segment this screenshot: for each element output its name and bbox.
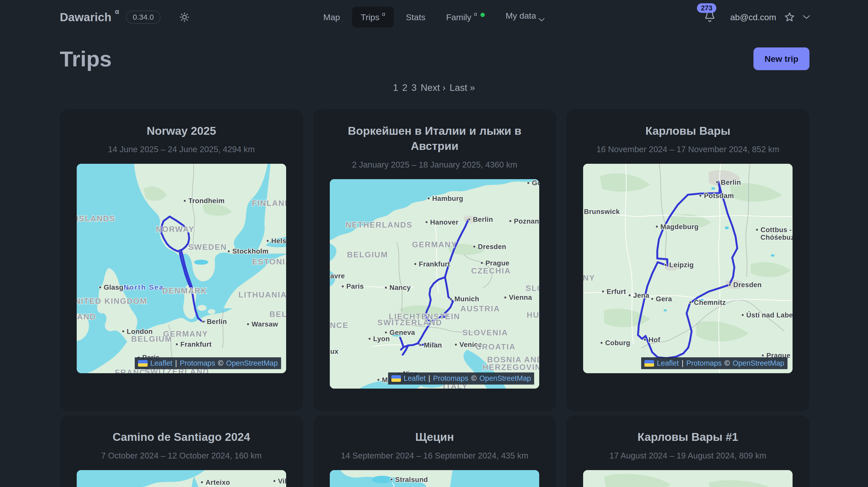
svg-text:Berlin: Berlin (473, 215, 493, 223)
trip-title: Карловы Вары #1 (638, 429, 738, 445)
leaflet-link[interactable]: Leaflet (657, 359, 679, 368)
protomaps-link[interactable]: Protomaps (433, 374, 468, 383)
navbar-right: 273 ab@cd.com (704, 10, 810, 25)
svg-text:Berlin: Berlin (207, 318, 227, 326)
chevron-down-icon (539, 14, 545, 24)
svg-text:ANCE: ANCE (330, 321, 349, 330)
alpha-superscript: α (115, 8, 119, 16)
trip-title: Воркейшен в Италии и лыжи в Австрии (336, 123, 533, 154)
openstreetmap-link[interactable]: OpenStreetMap (226, 359, 278, 368)
main-nav: MapTripsαStatsFamilyαMy data (315, 5, 553, 29)
app-logo[interactable]: Dawarich α (60, 10, 119, 24)
svg-text:FINLAND: FINLAND (252, 199, 286, 208)
favorite-button[interactable] (784, 11, 795, 23)
pagination: 123Next ›Last » (0, 83, 868, 93)
trip-card[interactable]: Воркейшен в Италии и лыжи в Австрии2 Jan… (313, 109, 556, 412)
trip-map[interactable]: E ISLANDSTrondheimFINLANDNORWAYSWEDENHel… (77, 164, 286, 373)
alpha-superscript: α (474, 11, 477, 18)
openstreetmap-link[interactable]: OpenStreetMap (479, 374, 531, 383)
svg-text:Go: Go (532, 179, 539, 187)
svg-text:avre: avre (330, 272, 345, 280)
svg-text:SLOVA: SLOVA (526, 284, 539, 293)
svg-text:Jena: Jena (633, 292, 650, 299)
trip-map[interactable]: ArteixoBetanzosVilaCarballoLeaflet|Proto… (77, 470, 286, 487)
map-attribution: Leaflet|Protomaps©OpenStreetMap (388, 372, 534, 385)
svg-text:ux: ux (330, 347, 339, 355)
new-trip-button[interactable]: New trip (753, 48, 809, 70)
trip-title: Щецин (415, 429, 454, 445)
svg-text:Chemnitz: Chemnitz (694, 299, 726, 306)
copyright-symbol: © (471, 374, 476, 383)
leaflet-link[interactable]: Leaflet (404, 374, 426, 383)
svg-text:Magdeburg: Magdeburg (660, 223, 699, 231)
trip-title: Norway 2025 (147, 123, 216, 139)
svg-text:SWEDEN: SWEDEN (188, 243, 227, 252)
trip-card[interactable]: Карловы Вары16 November 2024 – 17 Novemb… (566, 109, 809, 412)
alpha-superscript: α (382, 11, 385, 18)
svg-text:Berlin: Berlin (721, 178, 741, 186)
page-2-link[interactable]: 2 (402, 83, 407, 93)
svg-text:Hanover: Hanover (430, 218, 459, 226)
svg-text:BELA: BELA (270, 310, 286, 319)
nav-item-my-data[interactable]: My data (497, 5, 553, 29)
svg-text:Lyon: Lyon (373, 335, 390, 343)
trip-card[interactable]: Camino de Santiago 20247 October 2024 – … (60, 415, 303, 487)
trip-card[interactable]: Norway 202514 June 2025 – 24 June 2025, … (60, 109, 303, 412)
page-3-link[interactable]: 3 (411, 83, 417, 93)
svg-text:LAND: LAND (77, 312, 96, 321)
svg-text:Poznan: Poznan (514, 217, 539, 225)
version-badge: 0.34.0 (126, 10, 160, 24)
svg-text:UNITED KINGDOM: UNITED KINGDOM (77, 297, 147, 306)
user-menu-toggle[interactable] (803, 15, 810, 19)
svg-text:BELGIUM: BELGIUM (347, 250, 388, 259)
page-1-link[interactable]: 1 (393, 83, 398, 93)
brand-group: Dawarich α 0.34.0 (60, 10, 190, 24)
svg-text:NORWAY: NORWAY (156, 224, 194, 234)
last-page-link[interactable]: Last » (450, 83, 475, 93)
user-email-menu[interactable]: ab@cd.com (730, 12, 776, 22)
svg-text:Leipzig: Leipzig (669, 261, 694, 269)
trip-map[interactable]: BerlinPotsdamBrunswickMagdeburgCottbus -… (583, 164, 793, 373)
page-header: Trips New trip (0, 47, 868, 71)
trip-card[interactable]: Щецин14 September 2024 – 16 September 20… (313, 415, 556, 487)
attribution-separator: | (175, 359, 177, 368)
nav-item-label: My data (506, 11, 536, 21)
next-page-link[interactable]: Next › (421, 83, 445, 93)
protomaps-link[interactable]: Protomaps (686, 359, 722, 368)
nav-item-family[interactable]: Familyα (437, 7, 494, 28)
svg-text:Hamburg: Hamburg (432, 194, 463, 202)
theme-toggle-button[interactable] (179, 12, 190, 23)
svg-text:Gera: Gera (656, 295, 672, 303)
trip-map-svg (583, 470, 793, 487)
trip-card[interactable]: Карловы Вары #117 August 2024 – 19 Augus… (566, 415, 809, 487)
trip-map[interactable]: Leaflet|Protomaps©OpenStreetMap (583, 470, 793, 487)
trip-title: Camino de Santiago 2024 (113, 429, 250, 445)
nav-item-stats[interactable]: Stats (397, 7, 434, 28)
nav-item-label: Family (446, 12, 471, 22)
svg-text:North Sea: North Sea (124, 284, 164, 292)
svg-text:Frankfurt: Frankfurt (419, 260, 450, 268)
svg-text:AUSTRIA: AUSTRIA (461, 304, 500, 313)
svg-text:GERMANY: GERMANY (163, 329, 208, 338)
protomaps-link[interactable]: Protomaps (180, 359, 215, 368)
svg-text:Prague: Prague (486, 259, 509, 267)
trip-dates: 7 October 2024 – 12 October 2024, 160 km (101, 451, 262, 460)
trips-grid: Norway 202514 June 2025 – 24 June 2025, … (60, 109, 809, 487)
svg-text:NY: NY (583, 274, 595, 283)
svg-text:LITHUANIA: LITHUANIA (239, 290, 286, 299)
openstreetmap-link[interactable]: OpenStreetMap (733, 359, 784, 368)
leaflet-link[interactable]: Leaflet (150, 359, 172, 368)
svg-text:DENMARK: DENMARK (162, 286, 208, 295)
nav-item-map[interactable]: Map (315, 7, 348, 28)
navbar: Dawarich α 0.34.0 MapTripsαStatsFamilyαM… (0, 0, 868, 34)
ukraine-flag-icon (391, 375, 401, 382)
app-logo-text: Dawarich (60, 10, 112, 24)
notifications-count-badge: 273 (697, 3, 716, 13)
svg-text:Vienna: Vienna (509, 294, 532, 302)
trip-dates: 17 August 2024 – 19 August 2024, 809 km (609, 451, 766, 460)
notifications-button[interactable]: 273 (704, 10, 716, 25)
trip-dates: 16 November 2024 – 17 November 2024, 852… (596, 145, 779, 154)
nav-item-trips[interactable]: Tripsα (352, 7, 394, 28)
trip-map[interactable]: GoHamburgNETHERLANDSHanoverBerlinPoznanG… (330, 179, 539, 389)
trip-map[interactable]: StralsundLeaflet|Protomaps©OpenStreetMap (330, 470, 539, 487)
